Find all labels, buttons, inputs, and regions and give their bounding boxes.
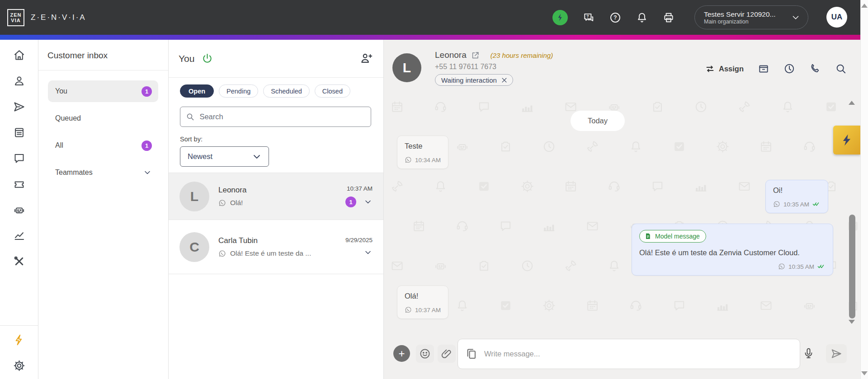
user-avatar[interactable]: UA [826,7,847,28]
message-composer: + [384,328,860,379]
search-icon[interactable] [835,63,847,75]
availability-power-icon[interactable] [201,52,213,65]
home-icon[interactable] [13,49,25,61]
chat-scroll-up-arrow[interactable] [849,101,855,105]
printer-icon[interactable] [663,12,675,23]
conversation-item-leonora[interactable]: L Leonora Olá! 10:37 AM 1 [169,173,383,220]
tab-scheduled[interactable]: Scheduled [263,84,310,98]
add-attachment-plus-button[interactable]: + [393,345,410,362]
message-time: 10:35 AM [783,201,809,208]
chats-bubble-icon[interactable] [13,152,25,164]
conversation-list: L Leonora Olá! 10:37 AM 1 C Carla Tubin [169,173,383,274]
conversation-preview: Olá! [230,199,243,207]
search-input[interactable] [199,112,365,121]
assign-button[interactable]: Assign [705,64,744,74]
organization-switcher[interactable]: Testes Servir 120920... Main organizatio… [694,5,808,29]
search-icon [186,112,194,122]
double-check-icon [817,263,826,270]
support-chat-icon[interactable]: ? [583,12,594,23]
contacts-person-icon[interactable] [13,75,25,87]
whatsapp-icon [218,250,226,257]
chevron-down-icon [791,13,801,23]
chevron-down-icon[interactable] [363,197,373,206]
page-scrollbar[interactable] [860,0,868,379]
contact-name: Leonora [435,50,467,60]
whatsapp-icon [778,263,785,270]
message-incoming: Teste 10:34 AM [397,136,448,169]
brand-wordmark: Z·E·N·V·I·A [31,13,86,22]
notifications-bell-icon[interactable] [636,12,648,23]
inbox-item-queued[interactable]: Queued [48,108,158,129]
message-input-wrap [458,339,800,369]
conversation-time: 10:37 AM [347,185,373,192]
contact-avatar: L [392,53,421,82]
send-message-button[interactable] [826,344,847,363]
chevron-down-icon [143,168,152,177]
campaigns-send-icon[interactable] [13,101,25,113]
tab-closed[interactable]: Closed [315,84,350,98]
chat-scroll-down-arrow[interactable] [849,320,855,324]
smiley-icon [419,348,431,360]
chevron-down-icon[interactable] [363,248,373,257]
sort-value: Newest [188,152,212,161]
assistant-lightning-icon[interactable] [552,10,568,25]
chat-scrollbar-thumb[interactable] [849,215,855,318]
list-title: You [179,53,194,64]
chevron-down-icon [251,151,262,162]
topbar-icons: ? ? [552,0,675,35]
notes-document-icon[interactable] [13,126,25,139]
attach-file-button[interactable] [438,345,456,363]
bots-robot-icon[interactable] [13,204,25,216]
message-text: Oi! [773,186,821,195]
message-time: 10:34 AM [415,157,441,164]
emoji-button[interactable] [416,345,434,363]
close-icon[interactable] [501,77,508,84]
tab-pending[interactable]: Pending [219,84,258,98]
inbox-item-teammates[interactable]: Teammates [48,162,158,183]
external-link-icon[interactable] [471,51,480,60]
settings-gear-icon[interactable] [13,360,25,372]
svg-text:?: ? [586,14,589,18]
inbox-item-label: You [55,87,67,95]
templates-pages-icon[interactable] [465,348,477,360]
customer-inbox-panel: Customer inbox You 1 Queued All 1 Teamma… [38,40,169,379]
paperclip-icon [441,348,453,360]
quick-reply-lightning-button[interactable] [833,126,860,154]
whatsapp-icon [405,306,412,313]
history-clock-icon[interactable] [783,63,795,75]
inbox-item-label: All [55,141,63,150]
microphone-icon[interactable] [802,347,815,360]
status-tag-waiting-interaction: Waiting interaction [435,74,513,86]
whatsapp-icon [218,199,226,207]
analytics-chart-icon[interactable] [13,229,25,242]
avatar: C [179,232,209,262]
add-person-icon[interactable] [359,52,373,65]
message-outgoing-template: Model message Olá! Este é um teste da Ze… [632,224,833,276]
phone-icon[interactable] [809,63,821,75]
message-time: 10:35 AM [788,263,814,270]
tickets-icon[interactable] [13,178,25,190]
whatsapp-icon [405,156,412,164]
help-icon[interactable]: ? [609,12,621,23]
send-plane-icon [830,348,842,360]
time-remaining-label: (23 hours remaining) [491,51,553,59]
chat-header: L Leonora (23 hours remaining) +55 11 97… [384,40,860,97]
page-scroll-down-arrow[interactable] [861,371,868,375]
sort-dropdown[interactable]: Newest [180,146,269,167]
conversation-item-carla[interactable]: C Carla Tubin Olá! Este é um teste da ..… [169,220,383,274]
message-text: Olá! Este é um teste da Zenvia Customer … [639,248,826,257]
assign-label: Assign [719,65,744,73]
tab-open[interactable]: Open [180,84,214,98]
model-message-badge: Model message [639,230,706,243]
nav-rail [0,40,38,379]
tools-icon[interactable] [13,255,25,267]
page-scroll-up-arrow[interactable] [861,4,868,8]
inbox-item-all[interactable]: All 1 [48,135,158,156]
quick-actions-lightning-icon[interactable] [13,334,25,346]
svg-text:?: ? [613,14,617,21]
archive-icon[interactable] [758,63,769,75]
inbox-item-you[interactable]: You 1 [48,80,158,102]
logo-line: ZEN [10,12,22,18]
message-input[interactable] [484,350,793,358]
conversation-name: Carla Tubin [218,236,342,245]
